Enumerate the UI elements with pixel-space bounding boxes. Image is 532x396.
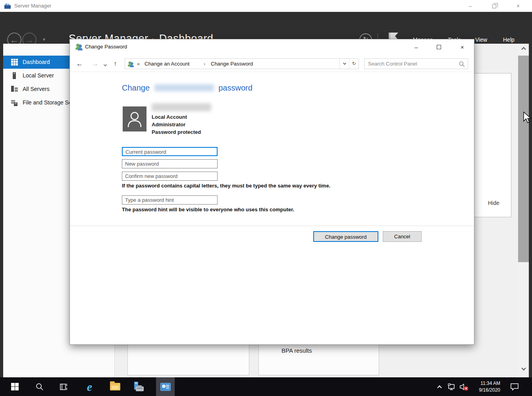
account-role: Administrator xyxy=(152,122,185,127)
nav-recent-caret-icon[interactable] xyxy=(104,62,107,65)
network-tray-button[interactable] xyxy=(446,377,457,396)
page-heading: Change password xyxy=(122,83,253,93)
breadcrumb-change-password[interactable]: Change Password xyxy=(211,61,253,67)
search-icon xyxy=(36,383,44,391)
dialog-titlebar: Change Password – × xyxy=(70,39,474,55)
task-view-icon xyxy=(60,383,67,391)
account-type: Local Account xyxy=(152,114,187,120)
cancel-button[interactable]: Cancel xyxy=(383,231,422,242)
account-protection: Password protected xyxy=(152,129,201,135)
dialog-maximize-button[interactable] xyxy=(430,41,448,53)
scroll-up-button[interactable] xyxy=(518,44,529,55)
control-panel-icon xyxy=(160,383,171,391)
search-box[interactable]: Search Control Panel xyxy=(364,58,468,69)
clock-date: 9/16/2020 xyxy=(473,387,500,394)
internet-explorer-icon: e xyxy=(87,380,92,394)
breadcrumb-change-account[interactable]: Change an Account xyxy=(145,61,189,67)
person-icon xyxy=(123,106,146,131)
screen: Server Manager – × ← → ▼ Server Manager▸… xyxy=(0,0,532,396)
search-placeholder: Search Control Panel xyxy=(368,61,417,67)
maximize-icon xyxy=(437,45,441,49)
volume-tray-button[interactable] xyxy=(458,377,470,396)
action-center-button[interactable] xyxy=(507,377,522,396)
dialog-separator xyxy=(70,226,474,226)
local-server-icon xyxy=(11,72,18,79)
capital-letters-note: If the password contains capital letters… xyxy=(122,183,330,189)
speaker-muted-icon xyxy=(459,383,469,391)
sidebar-item-label: Local Server xyxy=(23,72,54,79)
start-button[interactable] xyxy=(6,377,24,396)
dialog-navbar: ← → ↑ « Change an Account › Change Passw… xyxy=(70,56,474,72)
chevron-up-icon xyxy=(437,385,441,390)
action-center-icon xyxy=(510,383,519,391)
menu-view[interactable]: View xyxy=(475,37,487,43)
server-manager-icon xyxy=(133,382,145,392)
file-storage-icon xyxy=(11,99,18,106)
user-accounts-icon xyxy=(75,43,83,51)
windows-logo-icon xyxy=(11,383,19,390)
address-location-icon xyxy=(127,61,134,68)
main-scrollbar[interactable] xyxy=(518,44,529,377)
window-right-edge xyxy=(529,44,532,377)
menu-help[interactable]: Help xyxy=(503,37,515,43)
breadcrumb-chevrons[interactable]: « xyxy=(137,61,140,67)
breadcrumb-arrow-icon: › xyxy=(204,61,205,67)
control-panel-taskbar-button[interactable] xyxy=(156,377,175,396)
restore-icon xyxy=(492,4,496,8)
scrollbar-thumb[interactable] xyxy=(518,56,529,262)
mouse-cursor xyxy=(523,112,532,124)
window-title: Server Manager xyxy=(14,3,51,9)
clock-time: 11:34 AM xyxy=(473,380,500,387)
task-view-button[interactable] xyxy=(54,377,73,396)
chevron-up-icon xyxy=(521,47,526,51)
heading-suffix: password xyxy=(218,83,253,92)
password-hint-input[interactable]: Type a password hint xyxy=(122,195,218,205)
redacted-account-name xyxy=(152,103,211,111)
taskbar: e xyxy=(0,377,532,396)
internet-explorer-button[interactable]: e xyxy=(80,377,99,396)
tray-show-hidden-button[interactable] xyxy=(435,377,444,396)
file-explorer-icon xyxy=(110,383,120,390)
dashboard-grid-icon xyxy=(11,59,18,66)
chevron-down-icon xyxy=(521,366,526,370)
redacted-username xyxy=(154,84,214,91)
network-icon xyxy=(448,383,456,390)
taskbar-search-button[interactable] xyxy=(30,377,49,396)
change-password-dialog: Change Password – × ← → ↑ « Change an Ac… xyxy=(69,39,474,345)
account-avatar xyxy=(123,106,146,131)
address-dropdown-button[interactable] xyxy=(339,59,349,69)
address-refresh-button[interactable]: ↻ xyxy=(349,59,359,69)
confirm-password-input[interactable]: Confirm new password xyxy=(122,172,218,181)
nav-history-caret-icon[interactable]: ▼ xyxy=(42,37,46,42)
nav-back-button[interactable]: ← xyxy=(76,60,83,68)
change-password-button[interactable]: Change password xyxy=(313,231,378,242)
server-manager-taskbar-button[interactable] xyxy=(129,377,148,396)
window-restore-button[interactable] xyxy=(485,0,503,12)
address-bar[interactable]: « Change an Account › Change Password ↻ xyxy=(125,58,359,69)
new-password-input[interactable]: New password xyxy=(122,159,218,168)
bpa-results-label[interactable]: BPA results xyxy=(281,347,312,354)
server-manager-app-icon xyxy=(4,2,12,10)
window-minimize-button[interactable]: – xyxy=(461,0,480,12)
dialog-close-button[interactable]: × xyxy=(453,41,471,53)
hide-link[interactable]: Hide xyxy=(488,200,499,206)
file-explorer-button[interactable] xyxy=(106,377,124,396)
taskbar-clock[interactable]: 11:34 AM 9/16/2020 xyxy=(473,380,500,396)
all-servers-icon xyxy=(11,86,18,93)
window-titlebar: Server Manager – × xyxy=(0,0,532,12)
window-close-button[interactable]: × xyxy=(509,0,527,12)
heading-prefix: Change xyxy=(122,83,150,92)
sidebar-item-label: All Servers xyxy=(23,86,50,92)
dialog-minimize-button[interactable]: – xyxy=(407,41,425,53)
hint-visibility-note: The password hint will be visible to eve… xyxy=(122,207,294,212)
nav-up-button[interactable]: ↑ xyxy=(114,60,117,68)
dialog-title: Change Password xyxy=(85,44,127,50)
search-icon[interactable] xyxy=(459,61,465,67)
sidebar-item-label: Dashboard xyxy=(23,59,50,65)
window-left-edge xyxy=(0,44,3,377)
nav-forward-button[interactable]: → xyxy=(92,60,98,68)
current-password-input[interactable]: Current password xyxy=(122,147,218,156)
scroll-down-button[interactable] xyxy=(518,364,529,375)
